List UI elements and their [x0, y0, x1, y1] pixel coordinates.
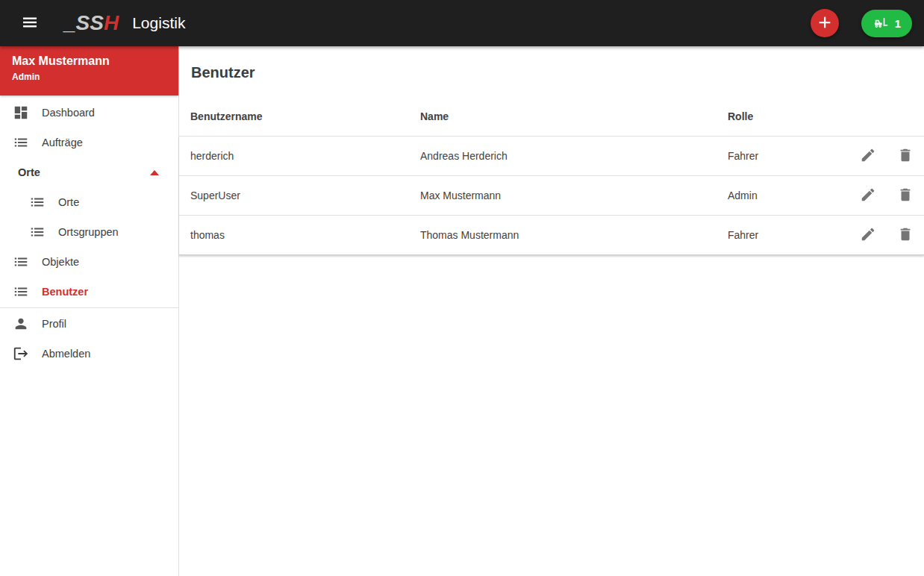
sidebar-item-orte[interactable]: Orte	[0, 187, 178, 217]
row-actions	[846, 226, 924, 245]
list-icon	[28, 224, 46, 240]
topbar: _SSH Logistik	[0, 0, 924, 46]
cell-role: Fahrer	[728, 229, 846, 241]
trash-icon	[897, 226, 914, 245]
sidebar-item-label: Aufträge	[42, 137, 83, 148]
topbar-actions: 1	[811, 9, 912, 37]
sidebar-item-abmelden[interactable]: Abmelden	[0, 339, 178, 369]
sidebar-item-label: Profil	[42, 318, 66, 330]
cell-name: Andreas Herderich	[420, 150, 728, 162]
sidebar-item-dashboard[interactable]: Dashboard	[0, 98, 178, 128]
page-title: Benutzer	[191, 64, 912, 81]
sidebar-group-orte[interactable]: Orte	[0, 157, 178, 187]
app-window: _SSH Logistik	[0, 0, 924, 576]
cell-role: Admin	[728, 190, 846, 201]
main-content: Benutzer Benutzername Name Rolle herderi…	[179, 46, 924, 576]
ssh-logo: _SSH	[64, 11, 119, 35]
pencil-icon	[860, 187, 876, 205]
sidebar-item-objekte[interactable]: Objekte	[0, 247, 178, 277]
row-actions	[846, 187, 924, 205]
cell-name: Max Mustermann	[420, 190, 728, 201]
sidebar-item-label: Dashboard	[42, 107, 95, 119]
list-icon	[28, 194, 46, 210]
delete-button[interactable]	[897, 147, 914, 166]
user-name: Max Mustermann	[12, 54, 166, 68]
sidebar-group-label: Orte	[18, 166, 40, 178]
caret-up-icon	[150, 170, 159, 175]
sidebar-item-ortsgruppen[interactable]: Ortsgruppen	[0, 217, 178, 247]
sidebar-item-label: Abmelden	[42, 348, 90, 360]
column-header-benutzername: Benutzername	[190, 110, 420, 122]
cell-username: thomas	[190, 229, 420, 241]
person-icon	[12, 316, 30, 332]
logo-suffix: H	[104, 11, 119, 35]
pencil-icon	[860, 226, 876, 245]
table-row: herderich Andreas Herderich Fahrer	[179, 136, 924, 175]
row-actions	[846, 147, 924, 166]
sidebar-item-label: Benutzer	[42, 286, 88, 298]
pencil-icon	[860, 147, 876, 166]
table-row: thomas Thomas Mustermann Fahrer	[179, 215, 924, 254]
user-role: Admin	[12, 72, 166, 82]
cell-username: SuperUser	[190, 190, 420, 201]
edit-button[interactable]	[860, 187, 876, 205]
sidebar: Max Mustermann Admin Dashboard	[0, 46, 179, 576]
sidebar-item-label: Ortsgruppen	[58, 226, 119, 238]
logout-icon	[12, 345, 30, 362]
hamburger-icon	[21, 13, 39, 34]
cell-username: herderich	[190, 150, 420, 162]
forklift-icon	[873, 14, 889, 33]
sidebar-nav: Dashboard Aufträge Orte	[0, 96, 178, 369]
sidebar-item-label: Orte	[58, 196, 79, 208]
forklift-count-button[interactable]: 1	[861, 10, 912, 37]
sidebar-item-label: Objekte	[42, 256, 79, 268]
sidebar-item-auftraege[interactable]: Aufträge	[0, 128, 178, 157]
logo-prefix: _SS	[64, 11, 104, 35]
trash-icon	[897, 147, 914, 166]
add-button[interactable]	[811, 9, 839, 37]
user-card: Max Mustermann Admin	[0, 46, 178, 96]
sidebar-item-benutzer[interactable]: Benutzer	[0, 277, 178, 307]
users-table: Benutzername Name Rolle herderich Andrea…	[179, 97, 924, 255]
plus-icon	[817, 14, 833, 33]
list-icon	[12, 134, 30, 151]
edit-button[interactable]	[860, 147, 876, 166]
delete-button[interactable]	[897, 187, 914, 205]
table-row: SuperUser Max Mustermann Admin	[179, 175, 924, 215]
edit-button[interactable]	[860, 226, 876, 245]
list-icon	[12, 254, 30, 270]
dashboard-icon	[12, 104, 30, 121]
sidebar-divider	[0, 307, 178, 308]
trash-icon	[897, 187, 914, 205]
table-header-row: Benutzername Name Rolle	[179, 97, 924, 136]
vehicle-count-badge: 1	[895, 17, 901, 30]
delete-button[interactable]	[897, 226, 914, 245]
menu-button[interactable]	[15, 7, 45, 40]
table-body: herderich Andreas Herderich Fahrer	[179, 136, 924, 254]
sidebar-item-profil[interactable]: Profil	[0, 309, 178, 339]
cell-role: Fahrer	[728, 150, 846, 162]
column-header-rolle: Rolle	[728, 110, 846, 122]
list-icon	[12, 284, 30, 300]
cell-name: Thomas Mustermann	[420, 229, 728, 241]
app-title: Logistik	[132, 14, 185, 32]
column-header-name: Name	[420, 110, 728, 122]
